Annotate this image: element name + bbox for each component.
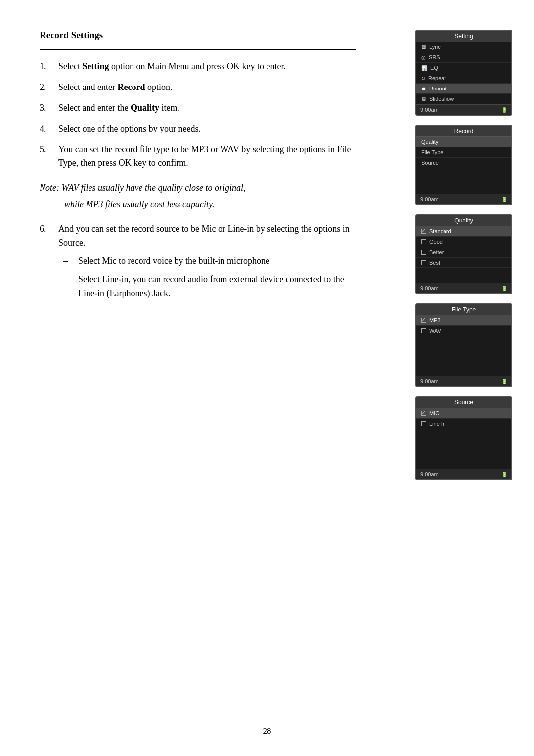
quality-footer-time: 9:00am (420, 285, 439, 291)
step-2: 2. Select and enter Record option. (40, 81, 356, 94)
source-empty-space (416, 429, 511, 469)
setting-row-record: ⏺ Record (416, 84, 511, 94)
best-label: Best (429, 260, 440, 266)
step-3: 3. Select and enter the Quality item. (40, 101, 356, 115)
step-1-text: Select Setting option on Main Menu and p… (58, 60, 356, 74)
best-checkbox (421, 260, 426, 265)
section-title: Record Settings (40, 30, 356, 41)
filetype-row-wav: WAV (416, 326, 511, 336)
quality-screen: Quality Standard Good Better Best (415, 214, 512, 294)
step-6-main-text: And you can set the record source to be … (58, 224, 350, 248)
record-row-filetype: File Type (416, 147, 511, 158)
record-screen: Record Quality File Type Source 9:00am 🔋 (415, 125, 512, 205)
step-1-number: 1. (40, 60, 58, 74)
setting-footer-time: 9:00am (420, 107, 439, 113)
source-footer-time: 9:00am (420, 471, 439, 477)
sub-step-2-text: Select Line-in, you can record audio fro… (78, 273, 356, 301)
srs-icon: ◎ (421, 55, 426, 60)
standard-label: Standard (429, 228, 451, 234)
mic-checkbox (421, 411, 426, 416)
quality-screen-title: Quality (416, 215, 511, 226)
record-screen-title: Record (416, 126, 511, 137)
sub-step-1: – Select Mic to record voice by the buil… (63, 254, 356, 268)
quality-screen-body: Standard Good Better Best (416, 226, 511, 283)
mp3-checkbox (421, 318, 426, 323)
step-4-text: Select one of the options by your needs. (58, 122, 356, 136)
filetype-battery-icon: 🔋 (501, 379, 507, 384)
good-checkbox (421, 239, 426, 244)
slideshow-label: Slideshow (429, 96, 454, 102)
lyric-label: Lyric (429, 44, 441, 50)
step-5-text: You can set the record file type to be M… (58, 143, 356, 171)
repeat-icon: ↻ (421, 76, 425, 81)
eq-label: EQ (430, 65, 438, 71)
sub-dash-2: – (63, 273, 78, 301)
step-5: 5. You can set the record file type to b… (40, 143, 356, 171)
mic-label: MIC (429, 410, 439, 416)
slideshow-icon: 🖥 (421, 96, 426, 102)
filetype-screen: File Type MP3 WAV 9:00am 🔋 (415, 303, 512, 387)
steps-list: 1. Select Setting option on Main Menu an… (40, 60, 356, 170)
source-battery-icon: 🔋 (501, 472, 507, 477)
record-icon: ⏺ (421, 86, 426, 91)
linein-checkbox (421, 421, 426, 426)
quality-row-standard: Standard (416, 226, 511, 237)
record-footer-time: 9:00am (420, 196, 439, 202)
setting-row-lyric: 🖼 Lyric (416, 42, 511, 52)
better-checkbox (421, 250, 426, 255)
srs-label: SRS (429, 54, 440, 60)
quality-row-good: Good (416, 237, 511, 247)
sub-steps-list: – Select Mic to record voice by the buil… (63, 254, 356, 301)
source-screen-body: MIC Line In (416, 408, 511, 469)
lyric-icon: 🖼 (421, 44, 426, 50)
wav-checkbox (421, 328, 426, 333)
quality-screen-footer: 9:00am 🔋 (416, 283, 511, 293)
left-content: Record Settings 1. Select Setting option… (40, 30, 366, 305)
quality-row-better: Better (416, 247, 511, 258)
step-5-number: 5. (40, 143, 58, 171)
step-3-number: 3. (40, 101, 58, 115)
setting-screen-footer: 9:00am 🔋 (416, 104, 511, 115)
page-container: Record Settings 1. Select Setting option… (0, 0, 534, 756)
standard-checkbox (421, 229, 426, 234)
source-screen-title: Source (416, 397, 511, 408)
quality-battery-icon: 🔋 (501, 286, 507, 291)
record-row-source: Source (416, 158, 511, 168)
record-screen-body: Quality File Type Source (416, 137, 511, 194)
note-line1: Note: WAV files usually have the quality… (40, 181, 356, 195)
setting-row-slideshow: 🖥 Slideshow (416, 94, 511, 104)
filetype-screen-body: MP3 WAV (416, 315, 511, 376)
source-row-linein: Line In (416, 419, 511, 429)
wav-label: WAV (429, 328, 441, 334)
setting-screen-body: 🖼 Lyric ◎ SRS 📊 EQ ↻ Repeat ⏺ Record (416, 42, 511, 104)
setting-row-repeat: ↻ Repeat (416, 73, 511, 84)
eq-icon: 📊 (421, 65, 427, 71)
step-1: 1. Select Setting option on Main Menu an… (40, 60, 356, 74)
setting-screen-title: Setting (416, 31, 511, 42)
source-screen: Source MIC Line In 9:00am 🔋 (415, 396, 512, 480)
step-4: 4. Select one of the options by your nee… (40, 122, 356, 136)
title-divider (40, 49, 356, 50)
linein-label: Line In (429, 421, 445, 427)
setting-screen: Setting 🖼 Lyric ◎ SRS 📊 EQ ↻ Repeat (415, 30, 512, 116)
filetype-footer-time: 9:00am (420, 378, 439, 384)
filetype-row-mp3: MP3 (416, 315, 511, 326)
setting-row-eq: 📊 EQ (416, 63, 511, 73)
record-battery-icon: 🔋 (501, 197, 507, 202)
filetype-screen-title: File Type (416, 304, 511, 315)
record-empty-space (416, 168, 511, 194)
quality-label: Quality (421, 139, 438, 145)
sub-dash-1: – (63, 254, 78, 268)
right-panel: Setting 🖼 Lyric ◎ SRS 📊 EQ ↻ Repeat (415, 30, 514, 489)
step-6: 6. And you can set the record source to … (40, 222, 356, 305)
record-row-quality: Quality (416, 137, 511, 147)
step-6-text: And you can set the record source to be … (58, 222, 356, 305)
source-screen-footer: 9:00am 🔋 (416, 469, 511, 479)
filetype-screen-footer: 9:00am 🔋 (416, 376, 511, 386)
step-2-text: Select and enter Record option. (58, 81, 356, 94)
page-number: 28 (263, 726, 271, 736)
record-screen-footer: 9:00am 🔋 (416, 194, 511, 204)
setting-row-srs: ◎ SRS (416, 52, 511, 63)
step-3-text: Select and enter the Quality item. (58, 101, 356, 115)
filetype-empty-space (416, 336, 511, 376)
